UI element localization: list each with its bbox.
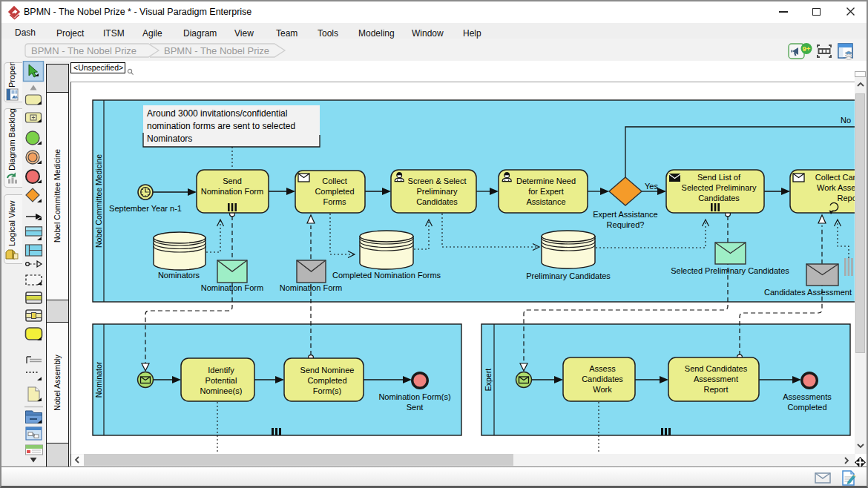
svg-text:Candidates: Candidates	[698, 194, 740, 202]
svg-text:Assessments: Assessments	[783, 392, 832, 401]
svg-text:Preliminary: Preliminary	[416, 187, 458, 196]
svg-text:Completed: Completed	[307, 376, 346, 385]
svg-text:Nominee(s): Nominee(s)	[200, 386, 243, 395]
svg-text:Nomination Form: Nomination Form	[201, 283, 263, 292]
svg-text:Forms: Forms	[323, 197, 346, 206]
svg-text:No: No	[841, 116, 851, 125]
svg-text:Assess: Assess	[589, 364, 616, 373]
svg-text:Candidates: Candidates	[416, 197, 458, 206]
svg-text:Assistance: Assistance	[526, 197, 565, 206]
svg-text:Form(s): Form(s)	[313, 386, 342, 395]
svg-text:Identify: Identify	[208, 366, 234, 375]
svg-text:for Expert: for Expert	[528, 187, 564, 196]
svg-text:September Year n-1: September Year n-1	[109, 204, 182, 213]
svg-text:Nobel Committee Medicine: Nobel Committee Medicine	[53, 149, 62, 243]
svg-text:Assessment: Assessment	[694, 375, 738, 383]
svg-text:Around 3000 invitations/confid: Around 3000 invitations/confidential	[147, 108, 287, 119]
svg-text:Send Nominee: Send Nominee	[300, 366, 355, 375]
svg-text:Nomination Form: Nomination Form	[201, 187, 263, 196]
svg-text:Report: Report	[703, 385, 728, 394]
svg-text:Candidates: Candidates	[582, 375, 623, 383]
svg-text:9+: 9+	[803, 44, 811, 53]
svg-text:Yes: Yes	[645, 182, 658, 191]
svg-text:Expert Assistance: Expert Assistance	[593, 210, 657, 219]
svg-text:Nominators: Nominators	[147, 133, 192, 144]
svg-text:Selected Preliminary: Selected Preliminary	[682, 183, 757, 192]
svg-text:Completed Nomination Forms: Completed Nomination Forms	[332, 271, 441, 280]
svg-text:Send: Send	[223, 177, 242, 185]
svg-text:Completed: Completed	[787, 403, 826, 412]
svg-text:Candidates Assessment: Candidates Assessment	[764, 288, 852, 297]
svg-text:Selected Preliminary Candidate: Selected Preliminary Candidates	[671, 266, 789, 275]
svg-text:Work: Work	[593, 385, 612, 394]
svg-text:Collect Candidates: Collect Candidates	[815, 173, 855, 182]
svg-text:Determine Need: Determine Need	[516, 177, 576, 185]
svg-text:Sent: Sent	[407, 403, 424, 412]
svg-text:Report: Report	[837, 194, 855, 202]
svg-text:Property: Property	[7, 61, 16, 88]
svg-text:Completed: Completed	[315, 187, 354, 196]
svg-text:Potential: Potential	[206, 376, 237, 385]
svg-text:Nobel Committee Medicine: Nobel Committee Medicine	[94, 154, 103, 248]
svg-text:Screen & Select: Screen & Select	[408, 177, 467, 185]
svg-text:Send List of: Send List of	[697, 173, 741, 182]
svg-text:Work Assessment: Work Assessment	[817, 183, 855, 192]
svg-text:nomination forms are sent to s: nomination forms are sent to selected	[147, 121, 295, 131]
svg-text:Logical View: Logical View	[7, 200, 16, 246]
svg-text:Expert: Expert	[484, 369, 493, 391]
svg-text:Nomination Form(s): Nomination Form(s)	[378, 392, 450, 401]
svg-text:Preliminary Candidates: Preliminary Candidates	[526, 271, 611, 280]
svg-text:Nominators: Nominators	[158, 271, 200, 280]
svg-text:Send Candidates: Send Candidates	[685, 364, 748, 373]
svg-text:Nomination Form: Nomination Form	[280, 283, 342, 292]
svg-text:Diagram Backlog: Diagram Backlog	[7, 108, 16, 171]
svg-text:Required?: Required?	[607, 220, 645, 229]
svg-text:Collect: Collect	[322, 177, 347, 185]
svg-text:Nobel Assembly: Nobel Assembly	[53, 355, 62, 411]
svg-text:Nominator: Nominator	[94, 361, 103, 398]
